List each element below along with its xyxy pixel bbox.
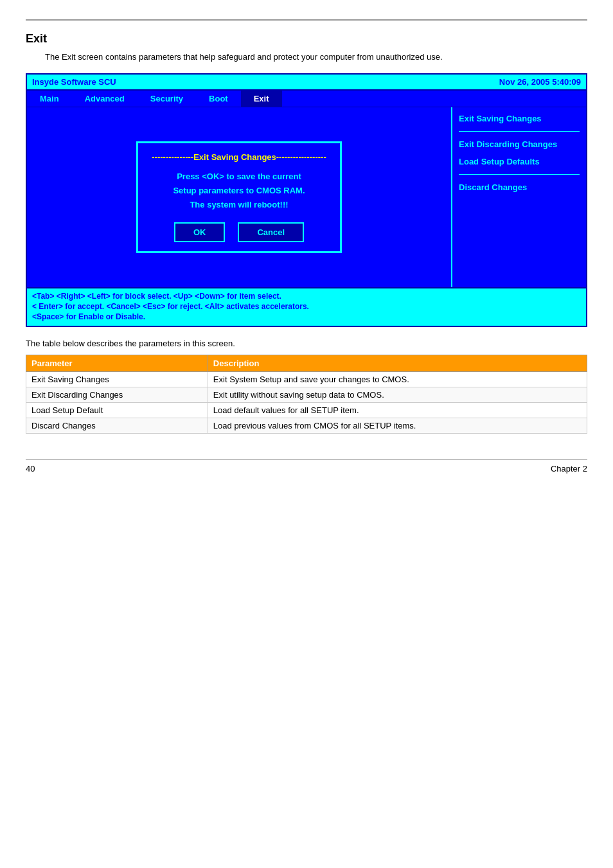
right-divider-1 <box>459 131 580 132</box>
scu-left-panel: ---------------Exit Saving Changes------… <box>27 107 451 287</box>
below-table-text: The table below describes the parameters… <box>26 339 587 348</box>
right-exit-saving[interactable]: Exit Saving Changes <box>459 111 580 126</box>
cell-param: Exit Saving Changes <box>26 372 208 387</box>
page-footer: 40 Chapter 2 <box>26 459 587 474</box>
scu-footer: <Tab> <Right> <Left> for block select. <… <box>27 287 586 326</box>
nav-security[interactable]: Security <box>138 91 196 107</box>
popup-line2: Setup parameters to CMOS RAM. <box>173 186 305 195</box>
popup-line3: The system will reboot!!! <box>190 200 288 209</box>
cell-param: Load Setup Default <box>26 403 208 418</box>
right-exit-discarding[interactable]: Exit Discarding Changes <box>459 137 580 152</box>
page-title: Exit <box>26 32 587 46</box>
scu-nav: Main Advanced Security Boot Exit <box>27 91 586 107</box>
scu-box: Insyde Software SCU Nov 26, 2005 5:40:09… <box>26 73 587 327</box>
right-divider-2 <box>459 174 580 175</box>
chapter-label: Chapter 2 <box>551 464 587 474</box>
footer-line-1: <Tab> <Right> <Left> for block select. <… <box>32 292 581 301</box>
cell-desc: Exit utility without saving setup data t… <box>208 387 587 403</box>
popup-body: Press <OK> to save the current Setup par… <box>151 170 327 212</box>
cell-desc: Exit System Setup and save your changes … <box>208 372 587 387</box>
table-row: Discard ChangesLoad previous values from… <box>26 418 587 434</box>
cell-desc: Load previous values from CMOS for all S… <box>208 418 587 434</box>
table-row: Exit Saving ChangesExit System Setup and… <box>26 372 587 387</box>
nav-advanced[interactable]: Advanced <box>72 91 138 107</box>
table-row: Load Setup DefaultLoad default values fo… <box>26 403 587 418</box>
ok-button[interactable]: OK <box>174 222 226 242</box>
cell-param: Discard Changes <box>26 418 208 434</box>
scu-body: ---------------Exit Saving Changes------… <box>27 107 586 287</box>
page-number: 40 <box>26 464 35 474</box>
popup-line1: Press <OK> to save the current <box>177 172 301 181</box>
cell-desc: Load default values for all SETUP item. <box>208 403 587 418</box>
scu-header-right: Nov 26, 2005 5:40:09 <box>499 77 581 87</box>
footer-line-3: <Space> for Enable or Disable. <box>32 312 581 321</box>
table-row: Exit Discarding ChangesExit utility with… <box>26 387 587 403</box>
cancel-button[interactable]: Cancel <box>238 222 304 242</box>
right-discard-changes[interactable]: Discard Changes <box>459 180 580 195</box>
intro-text: The Exit screen contains parameters that… <box>45 52 587 62</box>
popup-buttons: OK Cancel <box>151 222 327 242</box>
col-header-description: Description <box>208 355 587 372</box>
scu-header-left: Insyde Software SCU <box>32 77 116 87</box>
exit-saving-dialog: ---------------Exit Saving Changes------… <box>136 141 342 253</box>
popup-title: ---------------Exit Saving Changes------… <box>151 152 327 162</box>
right-load-defaults[interactable]: Load Setup Defaults <box>459 154 580 169</box>
nav-boot[interactable]: Boot <box>196 91 241 107</box>
scu-right-panel: Exit Saving Changes Exit Discarding Chan… <box>451 107 586 287</box>
footer-line-2: < Enter> for accept. <Cancel> <Esc> for … <box>32 302 581 311</box>
scu-header: Insyde Software SCU Nov 26, 2005 5:40:09 <box>27 75 586 91</box>
col-header-parameter: Parameter <box>26 355 208 372</box>
cell-param: Exit Discarding Changes <box>26 387 208 403</box>
nav-exit[interactable]: Exit <box>241 91 282 107</box>
nav-main[interactable]: Main <box>27 91 72 107</box>
params-table: Parameter Description Exit Saving Change… <box>26 355 587 434</box>
